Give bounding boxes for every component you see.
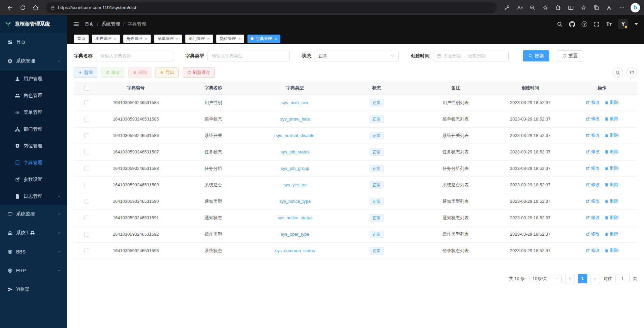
favorite-add-icon[interactable] — [539, 2, 551, 13]
breadcrumb-item-home[interactable]: 首页 — [85, 21, 94, 27]
tab-menu-management[interactable]: 菜单管理× — [154, 35, 182, 43]
dict-type-link[interactable]: sys_oper_type — [281, 232, 309, 237]
row-delete-button[interactable]: 删除 — [604, 247, 618, 253]
refresh-icon[interactable] — [17, 2, 29, 13]
sidebar-item-system-tools[interactable]: 系统工具 — [0, 224, 67, 242]
dict-type-link[interactable]: sys_show_hide — [280, 116, 310, 122]
row-delete-button[interactable]: 删除 — [604, 149, 618, 155]
row-edit-button[interactable]: 修改 — [586, 149, 600, 155]
row-delete-button[interactable]: 删除 — [604, 198, 618, 204]
fullscreen-icon[interactable] — [594, 21, 600, 27]
row-edit-button[interactable]: 修改 — [586, 231, 600, 237]
sidebar-item-system-monitor[interactable]: 系统监控 — [0, 205, 67, 224]
row-edit-button[interactable]: 修改 — [586, 247, 600, 253]
row-checkbox[interactable] — [84, 232, 89, 237]
row-checkbox[interactable] — [84, 100, 89, 105]
export-button[interactable]: 导出 — [155, 67, 179, 78]
row-edit-button[interactable]: 修改 — [586, 215, 600, 221]
favorites-icon[interactable] — [578, 2, 590, 13]
search-toggle-button[interactable] — [612, 67, 623, 78]
sidebar-item-menu-management[interactable]: 菜单管理 — [0, 104, 67, 121]
tab-close-icon[interactable]: × — [176, 37, 179, 41]
row-delete-button[interactable]: 删除 — [604, 215, 618, 221]
reset-button[interactable]: 重置 — [557, 50, 583, 61]
row-edit-button[interactable]: 修改 — [586, 99, 600, 105]
date-range-picker[interactable]: 开始日期 - 结束日期 — [433, 51, 509, 61]
dict-type-link[interactable]: sys_notice_type — [279, 199, 311, 204]
extensions-icon[interactable] — [552, 2, 564, 13]
tab-close-icon[interactable]: × — [238, 37, 241, 41]
dict-type-link[interactable]: sys_common_status — [275, 248, 315, 253]
row-edit-button[interactable]: 修改 — [586, 132, 600, 138]
bing-icon[interactable]: b — [631, 3, 640, 12]
row-checkbox[interactable] — [84, 216, 89, 220]
sidebar-item-param-settings[interactable]: 参数设置 — [0, 171, 67, 188]
help-icon[interactable]: ? — [582, 21, 587, 27]
tab-home[interactable]: 首页 — [74, 35, 89, 43]
sidebar-item-role-management[interactable]: 角色管理 — [0, 87, 67, 104]
prev-page-button[interactable] — [565, 274, 574, 283]
sidebar-item-system-management[interactable]: 系统管理 — [0, 52, 67, 71]
refresh-cache-button[interactable]: 刷新缓存 — [183, 67, 215, 78]
dict-type-link[interactable]: sys_user_sex — [282, 100, 308, 105]
tab-user-management[interactable]: 用户管理× — [92, 35, 120, 43]
tab-post-management[interactable]: 岗位管理× — [216, 35, 244, 43]
goto-page-input[interactable] — [615, 274, 630, 283]
tab-close-icon[interactable]: × — [274, 37, 277, 41]
sidebar-item-dict-management[interactable]: 字典管理 — [0, 154, 67, 171]
tab-dict-management[interactable]: 字典管理× — [247, 35, 280, 43]
dict-name-input[interactable] — [96, 51, 173, 61]
tab-close-icon[interactable]: × — [145, 37, 148, 41]
delete-button[interactable]: 删除 — [128, 67, 151, 78]
row-edit-button[interactable]: 修改 — [586, 182, 600, 188]
tab-close-icon[interactable]: × — [114, 37, 117, 41]
status-select[interactable]: 正常 — [315, 51, 399, 61]
dict-type-link[interactable]: sys_notice_status — [278, 215, 312, 220]
sidebar-item-dept-management[interactable]: 部门管理 — [0, 121, 67, 138]
address-bar[interactable]: https://ccnetcore.com:1101/system/dict — [46, 2, 497, 13]
search-icon[interactable] — [557, 21, 563, 27]
row-checkbox[interactable] — [84, 150, 89, 154]
tab-role-management[interactable]: 角色管理× — [123, 35, 151, 43]
dict-type-link[interactable]: sys_yes_no — [283, 182, 307, 187]
row-edit-button[interactable]: 修改 — [586, 165, 600, 171]
edit-button[interactable]: 修改 — [101, 67, 124, 78]
sidebar-toggle-icon[interactable] — [73, 21, 79, 27]
row-checkbox[interactable] — [84, 199, 89, 204]
sidebar-item-erp[interactable]: ERP — [0, 261, 67, 280]
page-size-select[interactable]: 10条/页 — [530, 274, 562, 283]
sidebar-item-user-management[interactable]: 用户管理 — [0, 71, 67, 87]
split-screen-icon[interactable] — [565, 2, 577, 13]
more-icon[interactable] — [616, 2, 628, 13]
row-delete-button[interactable]: 删除 — [604, 165, 618, 171]
back-icon[interactable] — [4, 2, 16, 13]
row-checkbox[interactable] — [84, 117, 89, 122]
dict-type-link[interactable]: sys_normal_disable — [276, 133, 314, 138]
profile-icon[interactable] — [603, 2, 615, 13]
row-delete-button[interactable]: 删除 — [604, 182, 618, 188]
tab-dept-management[interactable]: 部门管理× — [185, 35, 213, 43]
sidebar-item-post-management[interactable]: 岗位管理 — [0, 138, 67, 154]
dict-type-link[interactable]: sys_job_status — [281, 149, 310, 154]
collections-icon[interactable] — [590, 2, 602, 13]
next-page-button[interactable] — [591, 274, 600, 283]
github-icon[interactable] — [569, 21, 575, 27]
sidebar-item-log-management[interactable]: 日志管理 — [0, 188, 67, 205]
sidebar-item-yi-framework[interactable]: Yi框架 — [0, 280, 67, 299]
row-edit-button[interactable]: 修改 — [586, 198, 600, 204]
key-icon[interactable] — [501, 2, 513, 13]
read-aloud-icon[interactable] — [514, 2, 526, 13]
zoom-icon[interactable] — [526, 2, 539, 13]
chevron-down-icon[interactable] — [635, 23, 638, 25]
refresh-table-button[interactable] — [627, 67, 637, 78]
current-page-button[interactable]: 1 — [578, 274, 587, 283]
dict-type-link[interactable]: sys_job_group — [281, 166, 309, 171]
search-button[interactable]: 搜索 — [523, 50, 549, 61]
sidebar-item-bbs[interactable]: BBS — [0, 242, 67, 261]
row-checkbox[interactable] — [84, 248, 89, 253]
breadcrumb-item-system[interactable]: 系统管理 — [101, 21, 120, 27]
add-button[interactable]: 新增 — [74, 67, 97, 78]
select-all-checkbox[interactable] — [84, 86, 89, 91]
row-delete-button[interactable]: 删除 — [604, 99, 618, 105]
font-size-icon[interactable]: TT — [606, 21, 612, 27]
